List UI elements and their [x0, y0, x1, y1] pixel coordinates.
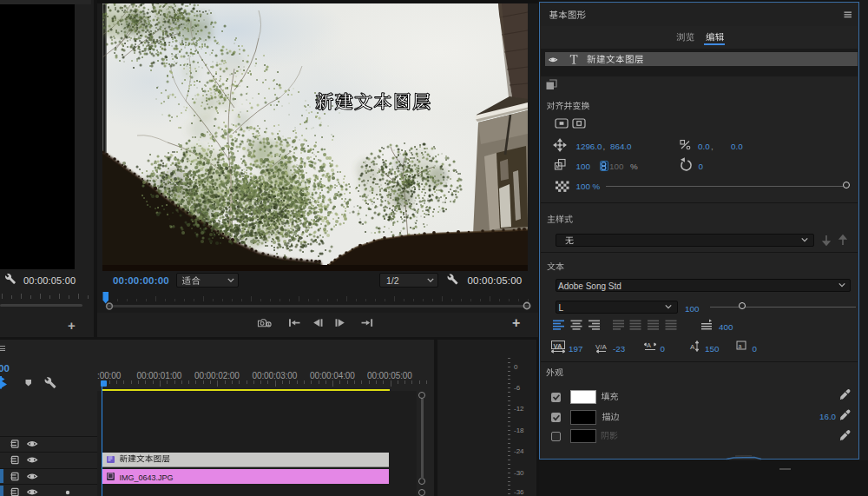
- svg-text:A: A: [690, 343, 695, 351]
- svg-text:VA: VA: [554, 342, 562, 350]
- svg-text:a: a: [739, 343, 742, 349]
- svg-text:A: A: [647, 341, 651, 349]
- svg-text:V/A: V/A: [595, 343, 608, 351]
